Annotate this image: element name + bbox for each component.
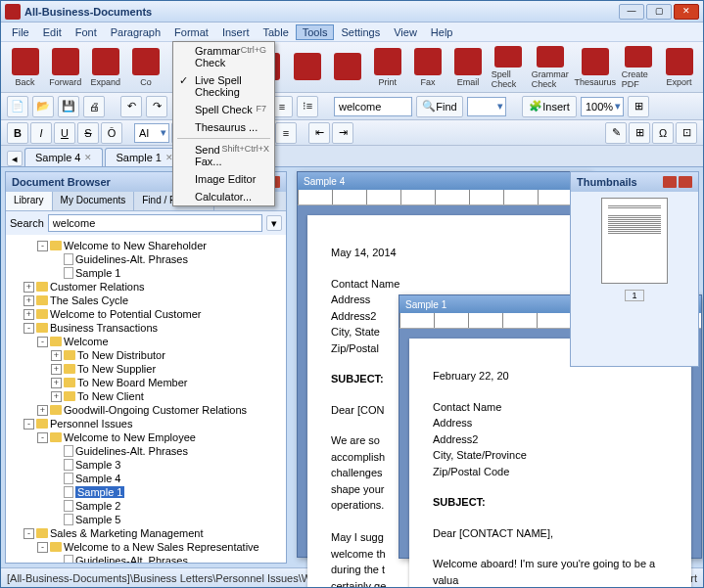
tree-node[interactable]: Sample 3: [8, 458, 284, 472]
menu-item[interactable]: Spell CheckF7: [173, 101, 274, 118]
expand-icon[interactable]: -: [23, 419, 34, 430]
expand-icon[interactable]: +: [51, 364, 62, 375]
insert-button[interactable]: 🧩Insert: [522, 96, 577, 117]
menu-item[interactable]: Live Spell Checking: [173, 71, 274, 101]
tree-node[interactable]: +To New Distributor: [8, 348, 284, 362]
expand-icon[interactable]: -: [37, 542, 48, 553]
tree-node[interactable]: -Welcome to New Employee: [8, 430, 284, 444]
toolbar-back[interactable]: Back: [7, 45, 43, 90]
print-button[interactable]: 🖨: [83, 96, 105, 117]
strike-button[interactable]: S: [77, 122, 99, 144]
expand-icon[interactable]: -: [37, 337, 48, 347]
number-button[interactable]: ⁝≡: [297, 96, 318, 117]
tree-node[interactable]: +To New Supplier: [8, 362, 284, 376]
ruler[interactable]: [298, 190, 589, 205]
tree-node[interactable]: Sample 1: [8, 266, 284, 280]
menu-file[interactable]: File: [5, 24, 36, 40]
expand-icon[interactable]: -: [23, 528, 34, 539]
toolbar-thesaurus[interactable]: Thesaurus: [574, 45, 617, 90]
browser-search-input[interactable]: [48, 214, 262, 232]
tree-node[interactable]: +To New Board Member: [8, 376, 284, 389]
tree-node[interactable]: Sample 5: [8, 513, 284, 526]
tree-node[interactable]: Guidelines-Alt. Phrases: [8, 554, 284, 563]
menu-item[interactable]: Image Editor: [173, 170, 274, 188]
tree-node[interactable]: -Personnel Issues: [8, 417, 284, 430]
extra-2[interactable]: ⊞: [629, 122, 650, 144]
new-button[interactable]: 📄: [7, 96, 28, 117]
menu-settings[interactable]: Settings: [334, 24, 387, 40]
combo-1[interactable]: [467, 97, 506, 116]
browser-tab[interactable]: Library: [6, 192, 53, 210]
tab[interactable]: Sample 4✕: [24, 148, 103, 166]
expand-icon[interactable]: +: [23, 282, 34, 293]
bold-button[interactable]: B: [7, 122, 28, 144]
maximize-button[interactable]: ▢: [646, 4, 672, 20]
thumbnail[interactable]: [601, 198, 668, 284]
extra-4[interactable]: ⊡: [676, 122, 697, 144]
minimize-button[interactable]: —: [619, 4, 644, 20]
menu-edit[interactable]: Edit: [36, 24, 69, 40]
expand-icon[interactable]: -: [37, 241, 48, 251]
panel-min-icon[interactable]: [663, 176, 677, 188]
menu-tools[interactable]: Tools: [296, 24, 335, 40]
tree-node[interactable]: +Welcome to Potential Customer: [8, 307, 284, 321]
tree-node[interactable]: Sample 4: [8, 472, 284, 485]
zoom-combo[interactable]: 100%: [581, 97, 624, 116]
find-button[interactable]: 🔍Find: [416, 96, 463, 117]
document-tree[interactable]: -Welcome to New ShareholderGuidelines-Al…: [6, 235, 286, 563]
toolbar-grammar-check[interactable]: Grammar Check: [531, 45, 570, 90]
toolbar-co[interactable]: Co: [127, 45, 164, 90]
tree-node[interactable]: -Welcome: [8, 335, 284, 348]
indent-inc-button[interactable]: ⇥: [332, 122, 353, 144]
close-button[interactable]: ✕: [674, 4, 699, 20]
toolbar-btn[interactable]: [289, 45, 325, 90]
tree-node[interactable]: Sample 2: [8, 499, 284, 513]
italic-button[interactable]: I: [30, 122, 52, 144]
toolbar-export[interactable]: Export: [661, 45, 697, 90]
open-button[interactable]: 📂: [32, 96, 54, 117]
save-button[interactable]: 💾: [58, 96, 79, 117]
toolbar-create-pdf[interactable]: Create PDF: [621, 45, 657, 90]
expand-icon[interactable]: +: [23, 295, 34, 306]
menu-table[interactable]: Table: [256, 24, 295, 40]
tree-node[interactable]: +The Sales Cycle: [8, 294, 284, 307]
menu-item[interactable]: Thesaurus ...: [173, 118, 274, 136]
tree-node[interactable]: Sample 1: [8, 485, 284, 499]
expand-icon[interactable]: +: [51, 378, 62, 388]
tree-node[interactable]: +To New Client: [8, 389, 284, 403]
extra-1[interactable]: ✎: [605, 122, 627, 144]
menu-format[interactable]: Format: [167, 24, 215, 40]
tree-node[interactable]: +Goodwill-Ongoing Customer Relations: [8, 403, 284, 417]
menu-insert[interactable]: Insert: [215, 24, 257, 40]
menu-font[interactable]: Font: [69, 24, 104, 40]
indent-dec-button[interactable]: ⇤: [308, 122, 330, 144]
menu-item[interactable]: Grammar CheckCtrl+G: [173, 42, 274, 71]
tree-node[interactable]: -Welcome to New Shareholder: [8, 239, 284, 252]
toolbar-btn[interactable]: [329, 45, 365, 90]
menu-help[interactable]: Help: [424, 24, 460, 40]
expand-icon[interactable]: -: [23, 323, 34, 334]
underline-button[interactable]: U: [54, 122, 75, 144]
toolbar-spell-check[interactable]: Spell Check: [491, 45, 527, 90]
redo-button[interactable]: ↷: [146, 96, 167, 117]
tree-node[interactable]: -Business Transactions: [8, 321, 284, 335]
menu-paragraph[interactable]: Paragraph: [104, 24, 167, 40]
expand-icon[interactable]: +: [37, 405, 48, 416]
menu-item[interactable]: Send Fax...Shift+Ctrl+X: [173, 141, 274, 170]
doc-title[interactable]: Sample 4: [298, 172, 589, 190]
undo-button[interactable]: ↶: [120, 96, 142, 117]
tab-prev-button[interactable]: ◂: [7, 151, 23, 166]
toolbar-forward[interactable]: Forward: [47, 45, 83, 90]
search-go-button[interactable]: ▾: [266, 215, 282, 231]
doc-page[interactable]: February 22, 20Contact NameAddressAddres…: [409, 339, 691, 588]
expand-icon[interactable]: +: [23, 309, 34, 320]
align-justify-button[interactable]: ≡: [275, 122, 297, 144]
menu-view[interactable]: View: [387, 24, 424, 40]
tree-node[interactable]: +Customer Relations: [8, 280, 284, 294]
panel-close-icon[interactable]: [679, 176, 692, 188]
expand-icon[interactable]: +: [51, 350, 62, 361]
style-combo[interactable]: AI: [134, 123, 169, 143]
expand-icon[interactable]: -: [37, 432, 48, 443]
tree-node[interactable]: -Welcome to a New Sales Representative: [8, 540, 284, 554]
expand-icon[interactable]: +: [51, 391, 62, 402]
